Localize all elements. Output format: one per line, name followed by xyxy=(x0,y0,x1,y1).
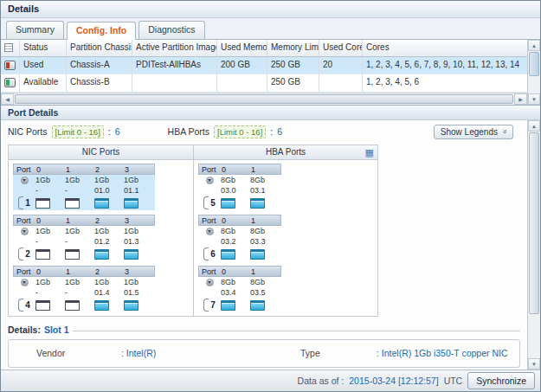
cell-cores: 1, 2, 3, 4, 5, 6, 7, 8, 9, 10, 11, 12, 1… xyxy=(363,57,527,74)
hba-port-group-slot-5[interactable]: Port 0 1 8Gb 8Gb xyxy=(198,164,281,210)
port-icon[interactable] xyxy=(94,300,109,311)
grid-view-icon[interactable]: ▦ xyxy=(365,145,374,159)
port-icon[interactable] xyxy=(35,300,50,311)
type-label: Type xyxy=(281,348,377,358)
port-icon[interactable] xyxy=(221,198,235,209)
port-icon[interactable] xyxy=(65,300,80,311)
port-icon[interactable] xyxy=(35,249,50,260)
port-icon[interactable] xyxy=(250,249,265,260)
show-legends-button[interactable]: Show Legends « xyxy=(434,125,513,139)
port-id: 01.0 xyxy=(94,185,124,196)
slot-badge: 6 xyxy=(198,247,221,260)
port-speed: 1Gb xyxy=(124,277,153,287)
port-label: Port xyxy=(14,164,36,174)
port-icon[interactable] xyxy=(124,249,138,260)
tab-diagnostics[interactable]: Diagnostics xyxy=(138,21,204,39)
link-status-icon xyxy=(21,279,29,286)
select-column-header[interactable] xyxy=(1,40,20,56)
table-row-chassis-b[interactable]: Available Chassis-B 250 GB 1, 2, 3, 4, 5… xyxy=(1,74,527,93)
column-header-used-cores[interactable]: Used Cores xyxy=(319,40,363,56)
table-row-chassis-a[interactable]: Used Chassis-A PDITest-AllHBAs 200 GB 25… xyxy=(1,57,527,75)
ports-controls: NIC Ports [Limit 0 - 16] : 6 HBA Ports [… xyxy=(1,120,527,143)
tab-strip: Summary Config. Info Diagnostics xyxy=(1,18,540,40)
port-id: - xyxy=(35,236,65,247)
port-speed: 1Gb xyxy=(35,226,65,236)
port-icon[interactable] xyxy=(124,198,138,209)
column-header-active-partition-image[interactable]: Active Partition Image xyxy=(132,40,217,56)
column-header-cores[interactable]: Cores xyxy=(363,40,527,56)
cell-used-memory: 200 GB xyxy=(217,57,267,74)
nic-port-group-slot-1[interactable]: Port 0 1 2 3 1Gb 1Gb xyxy=(13,164,155,210)
port-id: 03.2 xyxy=(221,236,250,247)
port-icon[interactable] xyxy=(124,300,138,311)
nic-port-group-slot-2[interactable]: Port 0 1 2 3 1Gb 1Gb xyxy=(13,215,155,261)
port-id: 03.0 xyxy=(221,185,250,196)
link-status-icon xyxy=(206,279,214,286)
scroll-left-icon[interactable]: ◀ xyxy=(1,93,14,105)
port-id: 03.5 xyxy=(250,287,280,298)
partition-used-icon xyxy=(4,61,16,70)
port-group-header: Port 0 1 xyxy=(198,164,281,175)
port-speed: 8Gb xyxy=(221,226,250,236)
scroll-up-icon[interactable]: ▲ xyxy=(528,40,540,51)
port-icon[interactable] xyxy=(221,249,235,260)
port-label: Port xyxy=(199,164,222,174)
port-number: 0 xyxy=(222,215,251,225)
port-number: 0 xyxy=(36,267,66,276)
column-header-memory-limit[interactable]: Memory Limit xyxy=(267,40,319,56)
port-number: 1 xyxy=(66,215,95,225)
cell-image xyxy=(132,74,217,92)
scroll-down-icon[interactable]: ▼ xyxy=(528,93,540,105)
port-id: 01.4 xyxy=(94,287,124,298)
vendor-value: : Intel(R) xyxy=(121,348,281,358)
partition-table: Status Partition Chassis Active Partitio… xyxy=(1,40,540,106)
port-number: 1 xyxy=(251,215,280,225)
scroll-up-icon[interactable]: ▲ xyxy=(528,120,540,132)
scroll-down-icon[interactable]: ▼ xyxy=(528,358,540,370)
port-icon[interactable] xyxy=(65,249,80,260)
slot-badge: 5 xyxy=(198,196,221,209)
content-scroll-thumb[interactable] xyxy=(529,132,539,314)
column-header-used-memory[interactable]: Used Memory xyxy=(217,40,267,56)
port-icon[interactable] xyxy=(65,198,80,209)
port-icon[interactable] xyxy=(94,198,109,209)
port-speed: 1Gb xyxy=(94,175,124,185)
tab-config-info[interactable]: Config. Info xyxy=(67,22,136,40)
table-horizontal-scrollbar[interactable]: ◀ ▶ xyxy=(1,93,527,105)
cell-chassis: Chassis-B xyxy=(67,74,132,92)
hba-port-group-slot-7[interactable]: Port 0 1 8Gb 8Gb xyxy=(198,266,281,312)
column-header-partition-chassis[interactable]: Partition Chassis xyxy=(67,40,132,56)
port-icon[interactable] xyxy=(35,198,50,209)
slot-number: 2 xyxy=(25,249,30,259)
content-vertical-scrollbar[interactable]: ▲ ▼ xyxy=(527,120,540,370)
port-group-header: Port 0 1 2 3 xyxy=(13,215,155,226)
horizontal-scroll-thumb[interactable] xyxy=(15,94,513,104)
column-header-status[interactable]: Status xyxy=(20,40,67,56)
synchronize-button[interactable]: Synchronize xyxy=(467,372,535,389)
port-number: 3 xyxy=(125,164,154,174)
hba-ports-label: HBA Ports xyxy=(168,126,209,137)
table-vertical-scrollbar[interactable]: ▲ ▼ xyxy=(527,40,540,105)
slot-details-box: Vendor : Intel(R) Type : Intel(R) 1Gb i3… xyxy=(8,339,520,368)
port-icon[interactable] xyxy=(250,198,265,209)
tab-summary[interactable]: Summary xyxy=(6,21,64,39)
scroll-right-icon[interactable]: ▶ xyxy=(514,93,527,105)
port-icon[interactable] xyxy=(250,300,265,311)
port-icon[interactable] xyxy=(94,249,109,260)
hba-panel-title: HBA Ports xyxy=(266,147,306,157)
partition-available-icon xyxy=(4,78,16,87)
nic-port-group-slot-4[interactable]: Port 0 1 2 3 1Gb 1Gb xyxy=(13,266,155,312)
port-speed: 1Gb xyxy=(94,226,124,236)
cell-chassis: Chassis-A xyxy=(67,57,132,74)
port-group-header: Port 0 1 xyxy=(198,266,281,277)
port-icon[interactable] xyxy=(221,300,235,311)
vertical-scroll-thumb[interactable] xyxy=(529,52,539,76)
colon: : xyxy=(108,126,111,137)
port-speed: 1Gb xyxy=(124,175,153,185)
hba-port-count: 6 xyxy=(277,126,282,137)
cell-used-cores xyxy=(319,74,363,92)
nic-panel-title: NIC Ports xyxy=(9,145,193,160)
cell-memory-limit: 250 GB xyxy=(267,57,319,74)
selected-slot-label: Slot 1 xyxy=(44,325,69,335)
hba-port-group-slot-6[interactable]: Port 0 1 8Gb 8Gb xyxy=(198,215,281,261)
